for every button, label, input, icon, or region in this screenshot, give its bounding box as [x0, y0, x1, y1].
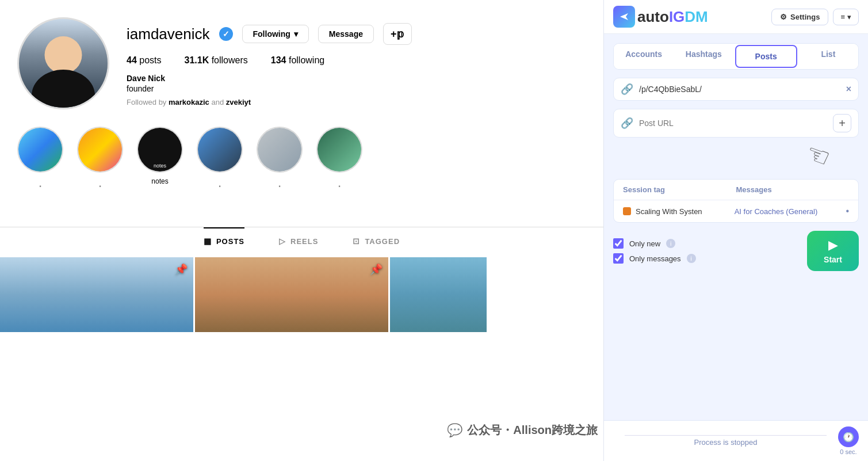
display-name: Dave Nick: [127, 74, 580, 83]
options-panel: Only new i Only messages i: [613, 238, 696, 264]
tagged-tab-label: TAGGED: [365, 237, 400, 246]
story-item[interactable]: ·: [77, 127, 123, 209]
story-ring: [197, 127, 243, 173]
tab-posts[interactable]: ▦ POSTS: [204, 227, 244, 254]
story-item[interactable]: ·: [17, 127, 63, 209]
tag-label: Scaling With Systen: [636, 207, 702, 216]
watermark: 💬 公众号・Allison跨境之旅: [447, 422, 598, 438]
story-label: ·: [98, 177, 102, 193]
session-message: AI for Coaches (General): [735, 207, 846, 216]
reels-tab-label: REELS: [290, 237, 318, 246]
session-row: Scaling With Systen AI for Coaches (Gene…: [614, 200, 858, 222]
grid-post-3[interactable]: [390, 257, 487, 332]
story-image: [18, 128, 62, 172]
story-item[interactable]: ·: [257, 127, 303, 209]
igdm-logo: autoIGDM: [613, 6, 708, 28]
igdm-content: Accounts Hashtags Posts List 🔗 /p/C4QbBi…: [604, 34, 868, 420]
story-image: [78, 128, 122, 172]
session-header: Session tag Messages: [614, 180, 858, 200]
topbar-buttons: ⚙ Settings ≡ ▾: [771, 9, 859, 25]
tab-reels[interactable]: ▷ REELS: [279, 227, 318, 254]
followed-by-user2[interactable]: zvekiyt: [226, 98, 251, 106]
username-row: iamdavenick ✓ Following ▾ Message +𝕡: [127, 23, 580, 45]
start-button[interactable]: ▶ Start: [807, 231, 859, 271]
url-input-row: 🔗 +: [613, 109, 859, 138]
options-start-row: Only new i Only messages i ▶ Start: [613, 231, 859, 271]
session-more-button[interactable]: •: [846, 206, 849, 216]
followed-by-user1[interactable]: markokazic: [169, 98, 209, 106]
story-ring: [17, 127, 63, 173]
start-play-icon: ▶: [828, 238, 838, 253]
grid-post-2[interactable]: 📌: [195, 257, 388, 332]
message-button[interactable]: Message: [318, 25, 374, 43]
following-stat: 134 following: [271, 55, 324, 66]
story-label: notes: [151, 177, 168, 185]
hashtags-tab-label: Hashtags: [686, 49, 722, 59]
url-filled-row: 🔗 /p/C4QbBieSabL/ ×: [613, 78, 859, 101]
story-label: ·: [39, 177, 43, 193]
only-messages-label: Only messages: [629, 254, 681, 263]
story-ring: [257, 127, 303, 173]
cursor-indicator: ☞: [613, 140, 830, 171]
profile-info: iamdavenick ✓ Following ▾ Message +𝕡 44 …: [127, 17, 580, 106]
username: iamdavenick: [127, 25, 210, 43]
igdm-status-bar: Process is stopped 🕐 0 sec.: [604, 420, 868, 461]
story-ring: [316, 127, 362, 173]
pin-icon: 📌: [175, 263, 188, 276]
tab-list[interactable]: List: [798, 44, 858, 69]
only-new-option: Only new i: [613, 238, 696, 249]
followed-by: Followed by markokazic and zvekiyt: [127, 98, 580, 106]
pin-icon: 📌: [370, 263, 383, 276]
start-label: Start: [824, 255, 842, 264]
story-label: ·: [278, 177, 282, 193]
tab-accounts[interactable]: Accounts: [614, 44, 674, 69]
session-tag-cell: Scaling With Systen: [623, 207, 735, 216]
story-item[interactable]: ·: [197, 127, 243, 209]
status-text: Process is stopped: [694, 438, 758, 447]
messages-header: Messages: [736, 185, 850, 194]
ig-header: iamdavenick ✓ Following ▾ Message +𝕡 44 …: [0, 0, 603, 121]
instagram-panel: iamdavenick ✓ Following ▾ Message +𝕡 44 …: [0, 0, 603, 461]
story-image: [258, 128, 301, 172]
only-messages-info-icon[interactable]: i: [687, 254, 696, 263]
grid-post-1[interactable]: 📌: [0, 257, 193, 332]
logo-text: autoIGDM: [637, 8, 708, 26]
following-button[interactable]: Following ▾: [242, 25, 309, 43]
add-person-button[interactable]: +𝕡: [383, 23, 412, 45]
story-image: [318, 128, 361, 172]
tagged-tab-icon: ⊡: [353, 237, 360, 246]
posts-tab-icon: ▦: [204, 237, 212, 246]
only-messages-option: Only messages i: [613, 253, 696, 264]
tab-tagged[interactable]: ⊡ TAGGED: [353, 227, 400, 254]
settings-button[interactable]: ⚙ Settings: [771, 9, 828, 25]
list-tab-label: List: [821, 49, 835, 59]
link-icon: 🔗: [621, 83, 633, 96]
sec-label: 0 sec.: [840, 448, 856, 455]
tab-posts[interactable]: Posts: [735, 45, 797, 68]
stories-row: · · notes · ·: [0, 121, 603, 221]
add-url-button[interactable]: +: [833, 114, 851, 132]
story-ring: [137, 127, 183, 173]
only-new-checkbox[interactable]: [613, 238, 624, 249]
reels-tab-icon: ▷: [279, 237, 286, 246]
menu-button[interactable]: ≡ ▾: [833, 9, 859, 25]
session-table: Session tag Messages Scaling With Systen…: [613, 179, 859, 223]
post-grid: 📌 📌: [0, 257, 603, 332]
menu-caret-icon: ▾: [847, 13, 851, 21]
igdm-logo-icon: [613, 6, 635, 28]
clock-icon: 🕐: [838, 426, 859, 447]
igdm-panel: autoIGDM ⚙ Settings ≡ ▾ Accounts Hashtag…: [603, 0, 868, 461]
post-url-input[interactable]: [639, 119, 827, 128]
watermark-text: 公众号・Allison跨境之旅: [467, 422, 598, 438]
story-item[interactable]: notes: [137, 127, 183, 209]
avatar-image: [19, 19, 108, 108]
followers-stat: 31.1K followers: [185, 55, 248, 66]
avatar: [17, 17, 109, 109]
tab-hashtags[interactable]: Hashtags: [674, 44, 733, 69]
story-item[interactable]: ·: [316, 127, 362, 209]
url-close-button[interactable]: ×: [846, 84, 851, 94]
tag-dot: [623, 207, 631, 215]
only-messages-checkbox[interactable]: [613, 253, 624, 264]
only-new-info-icon[interactable]: i: [666, 239, 675, 248]
story-image: [138, 128, 182, 172]
